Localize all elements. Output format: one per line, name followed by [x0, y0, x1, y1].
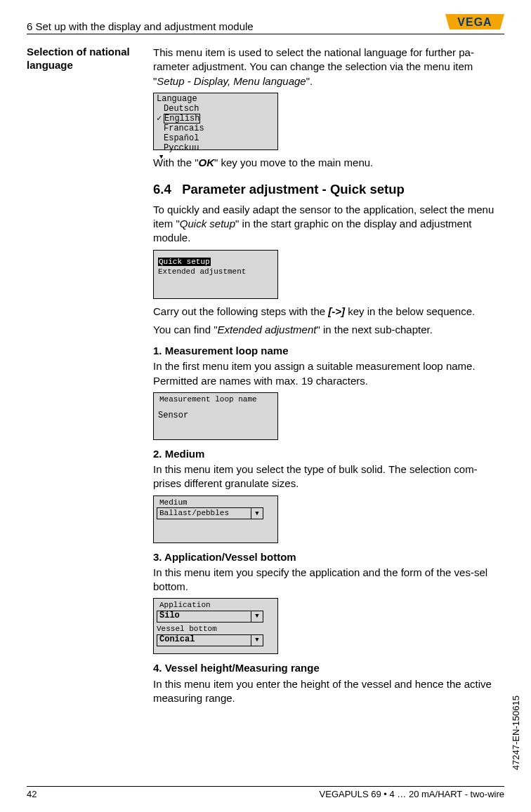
document-id-vertical: 47247-EN-150615: [511, 695, 521, 770]
step4-title: 4. Vessel height/Measuring range: [153, 661, 504, 675]
chevron-down-icon: ▼: [251, 508, 263, 519]
lcd-lang-item-selected: English: [164, 114, 200, 124]
lcd-app-dropdown2: Conical ▼: [157, 634, 263, 646]
lcd-medium-value: Ballast/pebbles: [157, 508, 251, 519]
lcd-application-screenshot: Application Silo ▼ Vessel bottom Conical…: [153, 598, 278, 654]
step3-title: 3. Application/Vessel bottom: [153, 550, 504, 564]
intro-paragraph-1: This menu item is used to select the nat…: [153, 46, 504, 88]
section-heading-6-4: 6.4 Parameter adjustment - Quick setup: [153, 181, 504, 199]
page-number: 42: [27, 789, 37, 799]
lcd-app-value1: Silo: [157, 611, 251, 622]
chevron-down-icon: ▼: [157, 154, 275, 161]
lcd-lang-item: Deutsch: [164, 104, 199, 114]
lcd-medium-screenshot: Medium Ballast/pebbles ▼: [153, 495, 278, 543]
lcd-app-title1: Application: [157, 600, 275, 610]
lcd-quick-line2: Extended adjustment: [158, 267, 273, 277]
lcd-measloop-screenshot: Measurement loop name Sensor: [153, 392, 278, 440]
lcd-app-value2: Conical: [157, 635, 251, 646]
lcd-lang-item: Pycckuu: [164, 143, 199, 153]
s64-paragraph-2: Carry out the following steps with the […: [153, 305, 504, 319]
lcd-medium-dropdown: Ballast/pebbles ▼: [157, 507, 263, 519]
lcd-language-title: Language: [157, 95, 275, 105]
chevron-down-icon: ▼: [251, 611, 263, 622]
product-line: VEGAPULS 69 • 4 … 20 mA/HART - two-wire: [320, 789, 504, 799]
page-footer: 42 VEGAPULS 69 • 4 … 20 mA/HART - two-wi…: [27, 786, 504, 799]
step3-paragraph: In this menu item you specify the applic…: [153, 566, 504, 594]
lcd-measloop-value: Sensor: [157, 404, 275, 421]
page-header: 6 Set up with the display and adjustment…: [27, 14, 504, 34]
lcd-medium-title: Medium: [157, 498, 275, 507]
lcd-measloop-title: Measurement loop name: [157, 394, 275, 404]
lcd-language-screenshot: Language Deutsch ✓English Francais Españ…: [153, 93, 278, 150]
s64-paragraph-1: To quickly and easily adapt the sensor t…: [153, 203, 504, 246]
vega-logo: VEGA: [445, 14, 504, 32]
step1-paragraph: In the first menu item you assign a suit…: [153, 359, 504, 388]
lcd-lang-item: Español: [164, 133, 199, 143]
lcd-app-dropdown1: Silo ▼: [157, 611, 263, 623]
lcd-quicksetup-screenshot: Quick setup Extended adjustment: [153, 250, 278, 299]
chapter-title: 6 Set up with the display and adjustment…: [27, 20, 254, 32]
step1-title: 1. Measurement loop name: [153, 344, 504, 358]
lcd-app-title2: Vessel bottom: [157, 625, 275, 634]
lcd-quick-selected: Quick setup: [158, 258, 211, 267]
svg-text:VEGA: VEGA: [457, 16, 492, 28]
step4-paragraph: In this menu item you enter the height o…: [153, 677, 504, 706]
step2-title: 2. Medium: [153, 447, 504, 461]
s64-paragraph-3: You can find "Extended adjustment" in th…: [153, 323, 504, 337]
chevron-down-icon: ▼: [251, 635, 263, 646]
step2-paragraph: In this menu item you select the type of…: [153, 462, 504, 491]
lcd-lang-item: Francais: [164, 124, 204, 133]
margin-note-label: Selection of national language: [27, 46, 146, 72]
